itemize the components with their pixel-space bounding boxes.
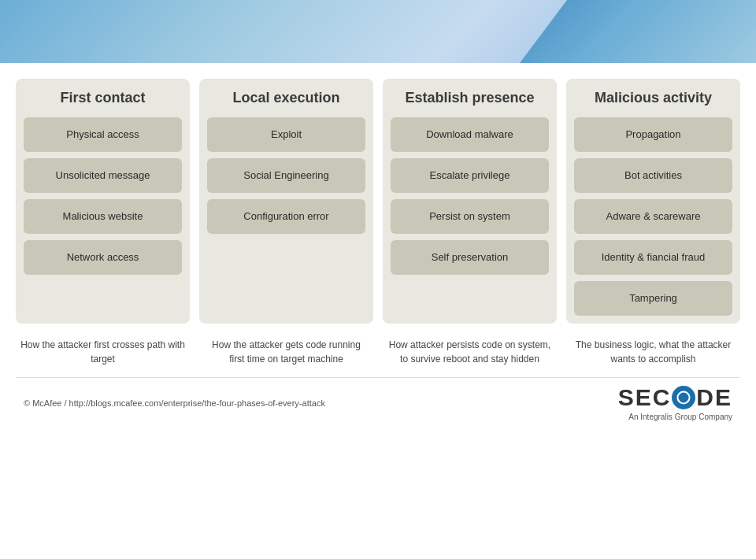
bottom-descriptions: How the attacker first crosses path with… [16, 338, 740, 366]
item-escalate-privilege: Escalate privilege [391, 158, 549, 193]
item-identity-fraud: Identity & fiancial fraud [574, 240, 732, 275]
main-content: First contact Physical access Unsolicite… [0, 63, 756, 429]
columns-grid: First contact Physical access Unsolicite… [16, 79, 740, 324]
footer-link: © McAfee / http://blogs.mcafee.com/enter… [24, 398, 325, 408]
item-configuration-error: Configuration error [207, 199, 365, 234]
secode-brand: SECDE [618, 384, 732, 411]
item-adware-scareware: Adware & scareware [574, 199, 732, 234]
footer: © McAfee / http://blogs.mcafee.com/enter… [16, 377, 740, 421]
item-exploit: Exploit [207, 117, 365, 152]
item-network-access: Network access [24, 240, 182, 275]
item-malicious-website: Malicious website [24, 199, 182, 234]
desc-establish-presence: How attacker persists code on system, to… [383, 338, 557, 366]
secode-circle-o [672, 386, 695, 409]
secode-subtitle: An Integralis Group Company [628, 413, 732, 421]
column-title-malicious-activity: Malicious activity [574, 90, 732, 106]
item-self-preservation: Self preservation [391, 240, 549, 275]
desc-first-contact: How the attacker first crosses path with… [16, 338, 190, 366]
item-physical-access: Physical access [24, 117, 182, 152]
desc-malicious-activity: The business logic, what the attacker wa… [566, 338, 740, 366]
column-title-establish-presence: Establish presence [391, 90, 549, 106]
item-persist-on-system: Persist on system [391, 199, 549, 234]
item-propagation: Propagation [574, 117, 732, 152]
column-title-local-execution: Local execution [207, 90, 365, 106]
secode-logo: SECDE An Integralis Group Company [618, 384, 732, 421]
item-download-malware: Download malware [391, 117, 549, 152]
item-social-engineering: Social Engineering [207, 158, 365, 193]
column-establish-presence: Establish presence Download malware Esca… [383, 79, 557, 324]
item-unsolicited-message: Unsolicited message [24, 158, 182, 193]
column-title-first-contact: First contact [24, 90, 182, 106]
desc-local-execution: How the attacker gets code running first… [199, 338, 373, 366]
column-local-execution: Local execution Exploit Social Engineeri… [199, 79, 373, 324]
secode-brand-text: SECDE [618, 384, 732, 411]
item-tampering: Tampering [574, 281, 732, 316]
column-malicious-activity: Malicious activity Propagation Bot activ… [566, 79, 740, 324]
column-first-contact: First contact Physical access Unsolicite… [16, 79, 190, 324]
item-bot-activities: Bot activities [574, 158, 732, 193]
top-banner [0, 0, 756, 63]
